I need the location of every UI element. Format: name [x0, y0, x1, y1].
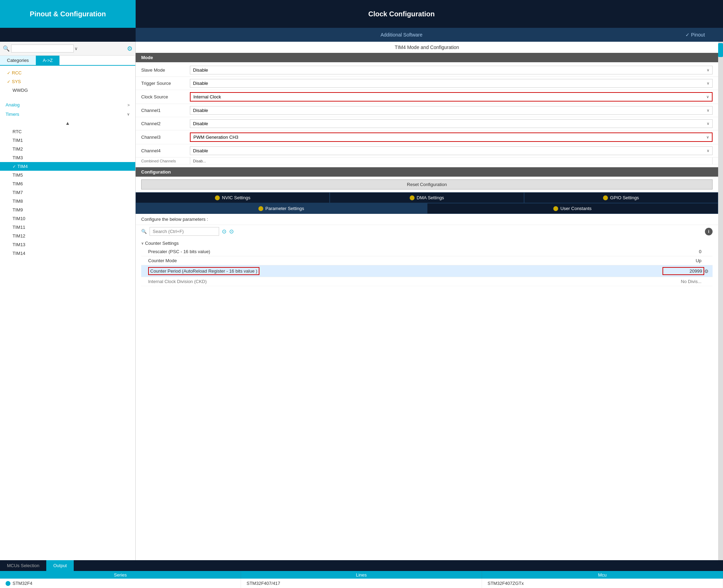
dropdown-icon[interactable]: ∨: [74, 46, 78, 51]
sidebar-item-tim12[interactable]: TIM12: [0, 232, 135, 240]
header-pinout[interactable]: Pinout & Configuration: [0, 0, 136, 28]
params-search-input[interactable]: [150, 227, 219, 236]
main-area: 🔍 ∨ ⚙ Categories A->Z ✓ RCC ✓ SYS: [0, 42, 723, 560]
counter-period-gear-icon[interactable]: ⚙: [704, 268, 713, 274]
channel3-label: Channel3: [141, 135, 190, 140]
channel4-select[interactable]: Disable ∨: [190, 146, 713, 155]
chevron-down-trigger: ∨: [707, 81, 709, 86]
nvic-dot: [215, 195, 220, 200]
col-lines-value: STM32F407/417: [241, 579, 482, 588]
combined-channels-row: Combined Channels Disab...: [136, 158, 718, 164]
chevron-down-clock: ∨: [706, 95, 709, 99]
sidebar-item-rcc[interactable]: ✓ RCC: [0, 69, 135, 77]
tab-gpio-settings[interactable]: GPIO Settings: [524, 192, 718, 203]
header-clock[interactable]: Clock Configuration: [136, 0, 667, 28]
col-mcu-value: STM32F407ZGTx: [482, 579, 723, 588]
clock-source-select[interactable]: Internal Clock ∨: [190, 92, 713, 102]
combined-channels-select[interactable]: Disab...: [190, 158, 713, 164]
scroll-up-btn[interactable]: ▲: [65, 120, 70, 126]
right-scrollbar[interactable]: [718, 42, 723, 560]
bottom-table-header: Series Lines Mcu: [0, 571, 723, 579]
config-tabs-row2: Parameter Settings User Constants: [136, 203, 718, 214]
mode-rows: Slave Mode Disable ∨ Trigger Source Disa…: [136, 62, 718, 166]
header-right-empty: [667, 0, 723, 28]
sidebar-item-tim4[interactable]: ✓ TIM4: [0, 162, 135, 171]
internal-clock-label: Internal Clock Division (CKD): [148, 279, 662, 284]
channel4-label: Channel4: [141, 148, 190, 153]
user-dot: [553, 206, 558, 211]
right-content: TIM4 Mode and Configuration Mode Slave M…: [136, 42, 718, 560]
sidebar-tabs: Categories A->Z: [0, 56, 135, 66]
sidebar-item-tim1[interactable]: TIM1: [0, 136, 135, 145]
counter-period-row[interactable]: Counter Period (AutoReload Register - 16…: [141, 265, 713, 277]
additional-software-btn[interactable]: Additional Software: [136, 28, 667, 42]
prescaler-row: Prescaler (PSC - 16 bits value) 0: [141, 247, 713, 256]
sidebar-category-timers[interactable]: Timers ∨: [0, 110, 135, 119]
counter-mode-row: Counter Mode Up: [141, 256, 713, 265]
series-status-dot: [6, 581, 10, 586]
sidebar-item-tim8[interactable]: TIM8: [0, 197, 135, 206]
sidebar-item-sys[interactable]: ✓ SYS: [0, 77, 135, 86]
sidebar-item-tim5[interactable]: TIM5: [0, 171, 135, 179]
channel1-label: Channel1: [141, 108, 190, 113]
chevron-down-ch3: ∨: [706, 135, 709, 139]
chevron-down-ch1: ∨: [707, 108, 709, 113]
sidebar-category-analog[interactable]: Analog >: [0, 100, 135, 110]
check-icon-tim4: ✓: [13, 164, 16, 169]
counter-settings-title[interactable]: ∨ Counter Settings: [141, 239, 713, 247]
internal-clock-value: No Divis...: [662, 279, 704, 284]
reset-config-button[interactable]: Reset Configuration: [141, 179, 713, 190]
nav-next-icon[interactable]: ⊙: [229, 228, 234, 235]
sidebar-item-wwdg[interactable]: WWDG: [0, 86, 135, 95]
sidebar-label-wwdg: WWDG: [13, 88, 28, 93]
sidebar-item-rtc[interactable]: RTC: [0, 127, 135, 136]
bottom-tab-mcus[interactable]: MCUs Selection: [0, 560, 46, 571]
col-mcu-header: Mcu: [482, 571, 723, 579]
counter-period-label: Counter Period (AutoReload Register - 16…: [148, 268, 662, 274]
pinout-link-btn[interactable]: ✓ Pinout: [667, 28, 723, 42]
prescaler-value: 0: [662, 249, 704, 254]
sidebar-item-tim3[interactable]: TIM3: [0, 153, 135, 162]
tab-parameter-settings[interactable]: Parameter Settings: [136, 203, 427, 214]
gear-icon[interactable]: ⚙: [127, 45, 132, 53]
bottom-tabs: MCUs Selection Output: [0, 560, 723, 571]
bottom-tab-output[interactable]: Output: [46, 560, 74, 571]
sidebar-item-tim6[interactable]: TIM6: [0, 179, 135, 188]
check-icon-rcc: ✓: [7, 71, 10, 75]
sidebar-item-tim7[interactable]: TIM7: [0, 188, 135, 197]
config-section-header: Configuration: [136, 167, 718, 177]
tab-dma-settings[interactable]: DMA Settings: [330, 192, 524, 203]
slave-mode-label: Slave Mode: [141, 67, 190, 73]
bottom-table-row[interactable]: STM32F4 STM32F407/417 STM32F407ZGTx: [0, 579, 723, 588]
sidebar-item-tim2[interactable]: TIM2: [0, 145, 135, 153]
tab-atoz[interactable]: A->Z: [36, 56, 60, 65]
nav-prev-icon[interactable]: ⊙: [222, 228, 226, 235]
sidebar-item-tim9[interactable]: TIM9: [0, 206, 135, 214]
search-input[interactable]: [11, 45, 74, 53]
sidebar-item-tim10[interactable]: TIM10: [0, 214, 135, 223]
additional-software-label: Additional Software: [380, 32, 423, 38]
counter-period-value[interactable]: 20999: [662, 267, 704, 275]
tab-categories[interactable]: Categories: [0, 56, 36, 65]
channel2-select[interactable]: Disable ∨: [190, 119, 713, 128]
search-icon: 🔍: [3, 45, 10, 52]
chevron-down-icon: ∨: [127, 112, 130, 116]
sidebar-item-tim14[interactable]: TIM14: [0, 249, 135, 258]
pinout-config-title: Pinout & Configuration: [30, 10, 106, 18]
clock-config-title: Clock Configuration: [368, 10, 435, 18]
check-icon-sys: ✓: [7, 79, 10, 84]
combined-channels-label: Combined Channels: [141, 159, 190, 163]
tab-nvic-settings[interactable]: NVIC Settings: [136, 192, 330, 203]
tab-user-constants[interactable]: User Constants: [427, 203, 718, 214]
channel3-select[interactable]: PWM Generation CH3 ∨: [190, 132, 713, 142]
scrollbar-thumb[interactable]: [718, 43, 723, 57]
sidebar-item-tim11[interactable]: TIM11: [0, 223, 135, 232]
col-series-header: Series: [0, 571, 241, 579]
sidebar-item-tim13[interactable]: TIM13: [0, 240, 135, 249]
params-search-icon: 🔍: [141, 229, 147, 234]
channel3-row: Channel3 PWM Generation CH3 ∨: [136, 130, 718, 144]
slave-mode-select[interactable]: Disable ∨: [190, 66, 713, 74]
channel1-select[interactable]: Disable ∨: [190, 106, 713, 115]
gpio-dot: [603, 195, 608, 200]
trigger-source-select[interactable]: Disable ∨: [190, 79, 713, 88]
